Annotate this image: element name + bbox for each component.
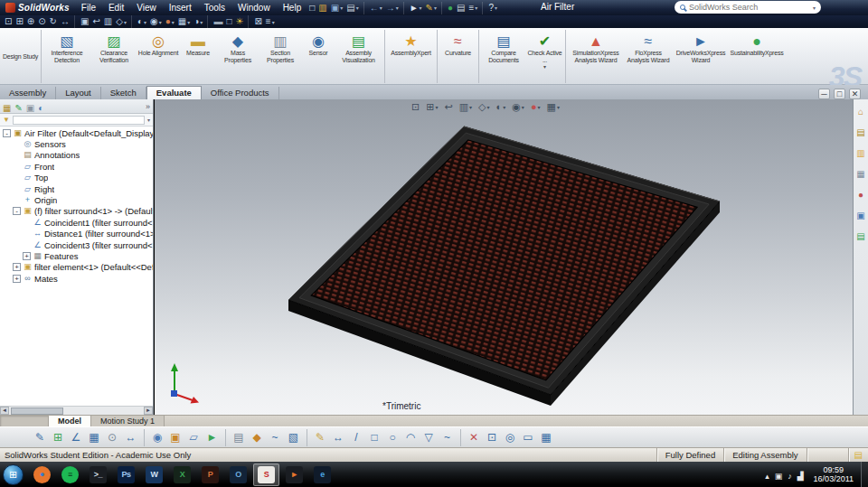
zoom-to-fit-icon[interactable]: ⊡: [410, 100, 421, 113]
edit-appearance-icon[interactable]: ● ▾: [164, 15, 176, 28]
redo-icon[interactable]: → ▾: [384, 2, 404, 14]
internet-explorer-icon[interactable]: e: [309, 464, 335, 486]
tree-expander[interactable]: +: [13, 263, 21, 271]
view-palette-icon[interactable]: ▦: [856, 164, 864, 181]
tree-item[interactable]: ▱ Top: [0, 173, 153, 183]
minimize-icon[interactable]: ─: [818, 89, 830, 99]
tree-item[interactable]: ▤ Annotations: [0, 150, 153, 161]
section-view-icon[interactable]: ▥ ▾: [458, 100, 474, 113]
assemblyxpert-button[interactable]: ★ AssemblyXpert: [387, 30, 438, 83]
assembly-features-icon[interactable]: ▣: [166, 429, 184, 446]
view-orientation-icon[interactable]: ◇ ▾: [114, 15, 132, 28]
tree-item[interactable]: ↔ Distance1 (filter surround<1>,filt: [0, 229, 153, 239]
display-style-icon[interactable]: ◐ ▾: [495, 100, 508, 113]
command-tab[interactable]: Evaluate: [146, 86, 202, 99]
display-style-icon[interactable]: ◐ ▾: [136, 15, 148, 28]
undo-icon[interactable]: ← ▾: [368, 2, 384, 14]
floxpress-button[interactable]: ≈ FloXpress Analysis Wizard: [624, 30, 673, 83]
air-filter-model[interactable]: [155, 99, 853, 415]
interference-detection-button[interactable]: ▧ Interference Detection: [43, 30, 90, 83]
zoom-to-fit-icon[interactable]: ⊡: [3, 15, 14, 28]
panel-more-chevron-icon[interactable]: »: [146, 102, 150, 111]
file-explorer-icon[interactable]: ▥: [856, 144, 864, 160]
filter-funnel-icon[interactable]: ▼: [3, 116, 10, 124]
save-icon[interactable]: ▣ ▾: [329, 2, 344, 14]
menu-item[interactable]: Edit: [102, 2, 130, 14]
smart-fasteners-icon[interactable]: ⊙: [103, 429, 121, 446]
help-icon[interactable]: ? ▾: [486, 2, 499, 14]
apply-scene-icon[interactable]: ▦ ▾: [545, 100, 561, 113]
mate-icon[interactable]: ∠: [67, 429, 85, 446]
tree-item[interactable]: + ▦ Features: [0, 250, 153, 261]
full-screen-icon[interactable]: ⊠: [252, 15, 263, 28]
rebuild-icon[interactable]: ●: [446, 2, 455, 14]
sensor-button[interactable]: ◉ Sensor: [302, 30, 335, 83]
design-library-icon[interactable]: ▤: [856, 123, 864, 139]
menu-item[interactable]: Window: [231, 2, 277, 14]
tree-item[interactable]: ◎ Sensors: [0, 138, 153, 149]
hole-alignment-button[interactable]: ◎ Hole Alignment: [137, 30, 179, 83]
firefox-icon[interactable]: ●: [29, 464, 55, 486]
tree-item[interactable]: - ▣ Air Filter (Default<Default_Display …: [0, 127, 153, 138]
clearance-verification-button[interactable]: ▨ Clearance Verification: [90, 30, 137, 83]
search-box[interactable]: ▾: [675, 1, 821, 14]
exploded-view-icon[interactable]: ◆: [248, 429, 266, 446]
options-icon[interactable]: ≡ ▾: [467, 2, 484, 14]
insert-components-icon[interactable]: ⊞: [49, 429, 67, 446]
previous-view-icon[interactable]: ↩: [442, 100, 454, 113]
excel-icon[interactable]: X: [169, 464, 195, 486]
pan-icon[interactable]: ↔: [59, 15, 75, 28]
start-button[interactable]: ⊞: [3, 464, 24, 485]
tree-expander[interactable]: +: [23, 252, 31, 260]
propertymanager-tab-icon[interactable]: ✎: [14, 98, 22, 115]
word-icon[interactable]: W: [141, 464, 167, 486]
tree-filter-input[interactable]: [13, 116, 145, 125]
bill-of-materials-icon[interactable]: ▤: [230, 429, 248, 446]
tree-item[interactable]: ▱ Right: [0, 183, 153, 194]
measure-button[interactable]: ▬ Measure: [179, 30, 217, 83]
tree-item[interactable]: ▱ Front: [0, 161, 153, 172]
hide-show-items-icon[interactable]: ◉ ▾: [148, 15, 164, 28]
security-tray-icon[interactable]: ▣: [775, 466, 783, 482]
menu-item[interactable]: File: [75, 2, 102, 14]
zoom-to-area-icon[interactable]: ⊞: [14, 15, 24, 28]
smart-dimension-icon[interactable]: ↔: [329, 429, 347, 446]
chevron-down-icon[interactable]: ▾: [147, 117, 150, 123]
mass-properties-button[interactable]: ◆ Mass Properties: [217, 30, 259, 83]
edit-component-icon[interactable]: ✎: [31, 429, 49, 446]
appearances-icon[interactable]: ●: [858, 185, 863, 201]
featuremanager-tab-icon[interactable]: ▦: [3, 98, 11, 115]
interference-detection-icon[interactable]: ▧: [284, 429, 307, 446]
mirror-entities-icon[interactable]: ▭: [519, 429, 537, 446]
photoshop-icon[interactable]: Ps: [113, 464, 139, 486]
trim-entities-icon[interactable]: ✕: [465, 429, 483, 446]
tree-expander[interactable]: +: [13, 275, 21, 283]
chevron-down-icon[interactable]: ▾: [813, 5, 816, 11]
new-motion-study-icon[interactable]: ►: [203, 429, 226, 446]
select-icon[interactable]: ► ▾: [408, 2, 424, 14]
tree-item[interactable]: ∠ Coincident3 (filter surround<1>,f: [0, 239, 153, 250]
menu-item[interactable]: View: [130, 2, 163, 14]
line-icon[interactable]: /: [347, 429, 365, 446]
file-properties-icon[interactable]: ▤: [455, 2, 467, 14]
assembly-visualization-button[interactable]: ▤ Assembly Visualization: [335, 30, 385, 83]
view-orientation-icon[interactable]: ◇ ▾: [476, 100, 491, 113]
spotify-icon[interactable]: ≡: [57, 464, 83, 486]
circle-icon[interactable]: ○: [383, 429, 401, 446]
camera-icon[interactable]: □: [224, 15, 233, 28]
tree-item[interactable]: + Origin: [0, 194, 153, 205]
scrollbar-thumb[interactable]: [11, 407, 63, 415]
driveworksxpress-button[interactable]: ► DriveWorksXpress Wizard: [673, 30, 729, 83]
simulationxpress-button[interactable]: ▲ SimulationXpress Analysis Wizard: [568, 30, 624, 83]
curvature-button[interactable]: ≈ Curvature: [439, 30, 479, 83]
explode-line-sketch-icon[interactable]: ~: [266, 429, 284, 446]
new-icon[interactable]: □: [307, 2, 316, 14]
scroll-right-icon[interactable]: ►: [144, 407, 153, 415]
tree-horizontal-scrollbar[interactable]: ◄ ►: [0, 406, 153, 415]
view-settings-icon[interactable]: ◑ ▾: [192, 15, 208, 28]
command-tab[interactable]: Layout: [56, 87, 101, 99]
compare-documents-button[interactable]: ▤ Compare Documents: [481, 30, 526, 83]
hidden-icons-chevron[interactable]: ▴: [765, 466, 769, 482]
menu-item[interactable]: Insert: [163, 2, 198, 14]
document-recovery-icon[interactable]: ▤: [856, 227, 864, 243]
